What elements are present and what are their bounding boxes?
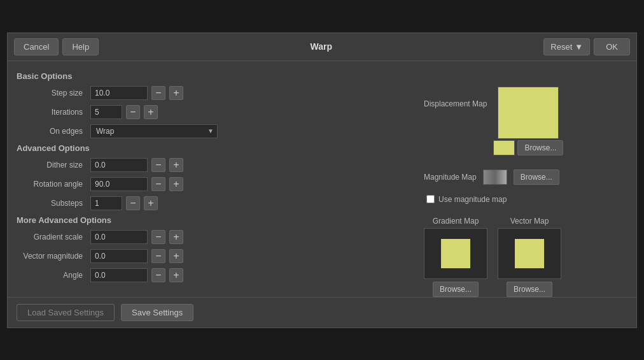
help-button[interactable]: Help [62,38,99,55]
substeps-input[interactable] [90,196,122,210]
chevron-down-icon: ▼ [575,42,583,52]
displacement-map-preview [498,87,559,139]
angle-plus-button[interactable]: + [169,268,183,282]
magnitude-map-browse-button[interactable]: Browse... [514,169,559,185]
rotation-angle-minus-button[interactable]: − [151,177,165,191]
vector-magnitude-minus-button[interactable]: − [151,249,165,263]
step-size-row: Step size − + [17,86,417,100]
gradient-scale-input[interactable] [90,230,148,244]
gradient-scale-plus-button[interactable]: + [169,230,183,244]
vector-thumb [515,239,544,268]
angle-row: Angle − + [17,268,417,282]
step-size-plus-button[interactable]: + [169,86,183,100]
vector-map-browse-button[interactable]: Browse... [507,282,552,297]
step-size-input[interactable] [90,86,148,100]
iterations-row: Iterations − + [17,105,417,119]
displacement-map-label: Displacement Map [424,99,487,108]
rotation-angle-input[interactable] [90,177,148,191]
displacement-map-thumb [493,140,515,155]
title-bar: Cancel Help Warp Reset ▼ OK [8,33,636,61]
angle-input[interactable] [90,268,148,282]
step-size-minus-button[interactable]: − [151,86,165,100]
angle-minus-button[interactable]: − [151,268,165,282]
use-magnitude-label: Use magnitude map [438,195,507,204]
magnitude-map-label: Magnitude Map [424,173,477,182]
on-edges-row: On edges Wrap Smear Black ▼ [17,124,417,138]
angle-label: Angle [17,271,87,280]
vector-magnitude-row: Vector magnitude − + [17,249,417,263]
basic-options-header: Basic Options [17,71,417,81]
cancel-button[interactable]: Cancel [14,38,59,55]
gradient-thumb [441,239,470,268]
dialog-title: Warp [99,41,543,52]
displacement-map-browse-button[interactable]: Browse... [517,140,563,155]
more-advanced-options-header: More Advanced Options [17,215,417,225]
reset-button[interactable]: Reset ▼ [543,38,590,55]
dither-size-label: Dither size [17,161,87,169]
on-edges-select[interactable]: Wrap Smear Black [90,124,218,138]
dither-size-plus-button[interactable]: + [169,158,183,172]
dither-size-row: Dither size − + [17,158,417,172]
vector-map-preview [498,228,561,279]
substeps-label: Substeps [17,199,87,208]
iterations-minus-button[interactable]: − [126,105,140,119]
rotation-angle-label: Rotation angle [17,180,87,189]
substeps-minus-button[interactable]: − [126,196,140,210]
vector-magnitude-input[interactable] [90,249,148,263]
magnitude-map-thumb [483,169,507,185]
dither-size-input[interactable] [90,158,148,172]
iterations-plus-button[interactable]: + [144,105,158,119]
footer: Load Saved Settings Save Settings [8,297,636,328]
substeps-plus-button[interactable]: + [144,196,158,210]
rotation-angle-row: Rotation angle − + [17,177,417,191]
rotation-angle-plus-button[interactable]: + [169,177,183,191]
use-magnitude-checkbox[interactable] [426,195,435,203]
on-edges-label: On edges [17,127,87,136]
gradient-map-browse-button[interactable]: Browse... [433,282,479,297]
load-settings-button[interactable]: Load Saved Settings [17,304,115,321]
save-settings-button[interactable]: Save Settings [121,304,193,321]
substeps-row: Substeps − + [17,196,417,210]
advanced-options-header: Advanced Options [17,143,417,153]
gradient-map-label: Gradient Map [433,217,479,226]
dither-size-minus-button[interactable]: − [151,158,165,172]
vector-map-label: Vector Map [510,217,549,226]
gradient-scale-minus-button[interactable]: − [151,230,165,244]
vector-magnitude-plus-button[interactable]: + [169,249,183,263]
gradient-scale-label: Gradient scale [17,233,87,241]
ok-button[interactable]: OK [594,38,630,55]
gradient-map-preview [424,228,487,279]
gradient-map-unit: Gradient Map Browse... [424,217,487,297]
vector-map-unit: Vector Map Browse... [498,217,561,297]
vector-magnitude-label: Vector magnitude [17,252,87,261]
iterations-label: Iterations [17,108,87,117]
iterations-input[interactable] [90,105,122,119]
step-size-label: Step size [17,89,87,97]
gradient-scale-row: Gradient scale − + [17,230,417,244]
